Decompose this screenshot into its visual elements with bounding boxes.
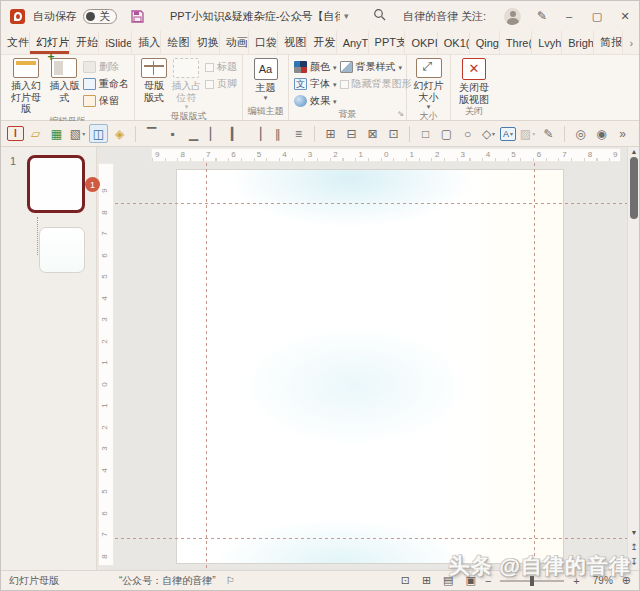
tab-PPT支[interactable]: PPT支 xyxy=(369,31,406,54)
tab-开发[interactable]: 开发 xyxy=(307,31,336,54)
shape-select-icon[interactable]: ▱ xyxy=(26,124,45,143)
ruler-number: 2 xyxy=(100,339,109,343)
slide-size-icon xyxy=(416,58,442,78)
vertical-guide[interactable] xyxy=(206,163,207,570)
format-painter-icon[interactable]: ◈ xyxy=(110,124,129,143)
toolbar-overflow-icon[interactable]: » xyxy=(613,124,632,143)
merge-shapes-icon[interactable]: ◎ xyxy=(571,124,590,143)
distribute-horizontal-icon[interactable]: ∥ xyxy=(268,124,287,143)
scroll-up-icon[interactable]: ▲ xyxy=(628,148,639,155)
vertical-guide[interactable] xyxy=(534,163,535,570)
tab-口袋[interactable]: 口袋 xyxy=(249,31,278,54)
autosave-label: 自动保存 xyxy=(33,9,77,24)
scroll-down-icon[interactable]: ▼ xyxy=(628,529,639,536)
button-label: 保留 xyxy=(99,94,119,108)
themes-button[interactable]: Aa 主题 ▾ xyxy=(249,58,283,101)
master-layout-button[interactable]: 母版版式 xyxy=(140,58,168,103)
tab-OK1([interactable]: OK1( xyxy=(438,31,470,54)
edit-points-icon[interactable]: ✎ xyxy=(539,124,558,143)
tab-插入[interactable]: 插入 xyxy=(132,31,161,54)
distribute-vertical-icon[interactable]: ≡ xyxy=(289,124,308,143)
horizontal-guide[interactable] xyxy=(115,538,627,539)
horizontal-guide[interactable] xyxy=(115,203,627,204)
text-box-insert-icon[interactable]: A▾ xyxy=(500,127,516,141)
close-button[interactable]: ✕ xyxy=(611,1,639,31)
slide-sorter-icon[interactable]: ⊞ xyxy=(422,574,431,587)
combine-shapes-icon[interactable]: ◉ xyxy=(592,124,611,143)
slide-pane-icon[interactable]: ◫ xyxy=(89,124,108,143)
align-right-icon[interactable]: ▕ xyxy=(247,124,266,143)
text-box-icon[interactable]: I xyxy=(7,126,24,141)
document-title[interactable]: PPT小知识&疑难杂症-公众号【自律… xyxy=(170,9,340,24)
align-bottom-icon[interactable]: ▁ xyxy=(184,124,203,143)
save-icon[interactable] xyxy=(131,10,144,23)
oval-shape-icon[interactable]: ○ xyxy=(458,124,477,143)
tab-文件[interactable]: 文件 xyxy=(1,31,30,54)
fonts-button[interactable]: 文 字体 ▾ xyxy=(294,77,337,91)
tab-简报[interactable]: 简报 xyxy=(594,31,623,54)
slide-master-thumbnail[interactable] xyxy=(27,155,85,213)
caret-down-icon: ▾ xyxy=(427,103,431,110)
button-label: 背景样式 xyxy=(356,60,396,74)
bring-forward-icon[interactable]: ⊞ xyxy=(321,124,340,143)
insert-layout-button[interactable]: 插入版式 xyxy=(49,58,80,103)
tab-切换[interactable]: 切换 xyxy=(191,31,220,54)
tab-动画[interactable]: 动画 xyxy=(220,31,249,54)
align-left-icon[interactable]: ▏ xyxy=(205,124,224,143)
tab-overflow-chevron-icon[interactable]: › xyxy=(623,31,639,54)
background-styles-button[interactable]: 背景样式 ▾ xyxy=(340,60,412,74)
insert-slide-master-button[interactable]: 插入幻灯片母版 xyxy=(6,58,46,115)
title-caret-icon[interactable]: ▾ xyxy=(344,11,349,21)
footer-checkbox: 页脚 xyxy=(205,77,237,91)
tab-OKPI[interactable]: OKPI xyxy=(405,31,437,54)
effects-button[interactable]: 效果 ▾ xyxy=(294,94,337,108)
minimize-button[interactable]: – xyxy=(555,1,583,31)
send-to-back-icon[interactable]: ⊡ xyxy=(384,124,403,143)
colors-button[interactable]: 颜色 ▾ xyxy=(294,60,337,74)
avatar[interactable] xyxy=(504,8,521,25)
editing-canvas[interactable]: 9876543210123456789 xyxy=(115,147,627,570)
normal-view-icon[interactable]: ⊡ xyxy=(401,574,410,587)
follow-author-label[interactable]: 自律的音律 关注: xyxy=(403,9,486,24)
tab-视图[interactable]: 视图 xyxy=(278,31,307,54)
align-center-icon[interactable]: ▎ xyxy=(226,124,245,143)
checkbox-icon xyxy=(205,63,214,72)
rename-button[interactable]: 重命名 xyxy=(83,77,129,91)
table-icon[interactable]: ▦ xyxy=(47,124,66,143)
tab-Lvyh[interactable]: Lvyh xyxy=(532,31,562,54)
maximize-button[interactable]: ▢ xyxy=(583,1,611,31)
checkbox-label: 页脚 xyxy=(217,77,237,91)
rounded-rectangle-shape-icon[interactable]: ▢ xyxy=(437,124,456,143)
bring-to-front-icon[interactable]: ⊠ xyxy=(363,124,382,143)
vertical-scrollbar[interactable]: ▲ ▼ ↥ ↧ xyxy=(627,147,639,570)
tab-开始[interactable]: 开始 xyxy=(70,31,99,54)
rectangle-shape-icon[interactable]: □ xyxy=(416,124,435,143)
pencil-icon[interactable]: ✎ xyxy=(529,9,555,23)
autosave-toggle[interactable]: 关 xyxy=(83,9,117,24)
slide-size-button[interactable]: 幻灯片大小 ▾ xyxy=(412,58,445,110)
send-backward-icon[interactable]: ⊟ xyxy=(342,124,361,143)
tab-AnyT[interactable]: AnyT xyxy=(337,31,369,54)
search-icon[interactable] xyxy=(367,8,393,24)
ruler-number: 5 xyxy=(511,150,515,159)
toggle-knob-icon xyxy=(86,12,95,21)
vertical-ruler: 987654321012345678 xyxy=(98,163,114,566)
previous-slide-icon[interactable]: ↥ xyxy=(628,542,639,552)
picture-icon[interactable]: ▧▾ xyxy=(68,124,87,143)
dialog-launcher-icon[interactable]: ⇘ xyxy=(397,109,404,118)
scrollbar-thumb[interactable] xyxy=(630,157,638,219)
align-top-icon[interactable]: ▔ xyxy=(142,124,161,143)
ruler-number: 9 xyxy=(100,188,109,192)
tab-绘图[interactable]: 绘图 xyxy=(161,31,190,54)
close-master-view-button[interactable]: ✕ 关闭母版视图 xyxy=(456,58,492,105)
layout-thumbnail[interactable] xyxy=(39,227,85,273)
preserve-button[interactable]: 保留 xyxy=(83,94,129,108)
flag-icon[interactable]: ⚐ xyxy=(226,575,235,586)
tab-Qing[interactable]: Qing xyxy=(470,31,500,54)
shapes-gallery-icon[interactable]: ◇▾ xyxy=(479,124,498,143)
align-middle-icon[interactable]: ▪ xyxy=(163,124,182,143)
tab-Thre([interactable]: Thre( xyxy=(500,31,532,54)
tab-iSlide[interactable]: iSlide xyxy=(99,31,132,54)
slide-master-canvas[interactable] xyxy=(176,169,564,564)
tab-Brigh[interactable]: Brigh xyxy=(562,31,594,54)
